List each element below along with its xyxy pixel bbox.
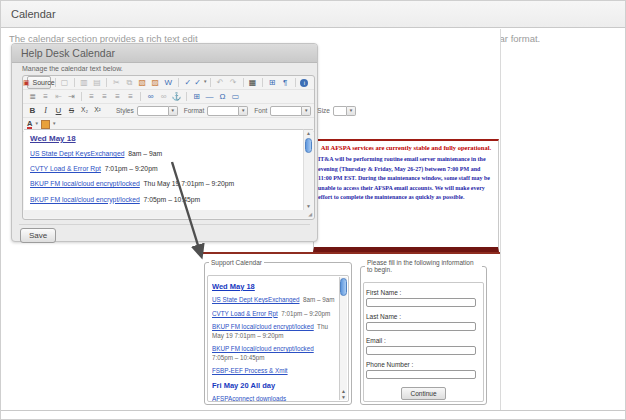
iframe-icon[interactable]: ▭ (230, 91, 241, 102)
bulleted-list-glyph: ≡ (43, 93, 48, 101)
anchor-icon[interactable]: ⚓ (171, 91, 182, 102)
scroll-down-icon[interactable]: ▼ (304, 203, 313, 210)
templates-icon[interactable]: ▤ (91, 77, 102, 88)
last-name-field[interactable] (366, 322, 476, 331)
image-icon[interactable]: ▦ (247, 77, 258, 88)
scroll-down-icon[interactable]: ▼ (340, 394, 347, 400)
preview-icon[interactable]: ▥ (78, 77, 89, 88)
format-select[interactable]: ▼ (207, 106, 248, 116)
new-page-icon[interactable]: ▢ (59, 77, 70, 88)
align-justify-icon[interactable]: ≡ (125, 91, 136, 102)
redo-icon[interactable]: ↷ (228, 77, 239, 88)
font-select[interactable]: ▼ (270, 106, 311, 116)
save-button[interactable]: Save (20, 228, 56, 243)
underline-button[interactable]: U (53, 105, 64, 116)
event-link[interactable]: US State Dept KeysExchanged (30, 150, 124, 157)
support-calendar-legend: Support Calendar (209, 259, 264, 266)
rich-text-editor: ▣Source▢▥▤✂⧉▧▨W✓✓▼↶↷▦⊞¶i ≣≡⇤⇥≡≡≡≡∞∞⚓⊞—Ω▭… (22, 75, 315, 220)
paste-word-icon[interactable]: W (163, 77, 174, 88)
cut-icon[interactable]: ✂ (111, 77, 122, 88)
preview-scrollbar[interactable]: ▲ ▼ (339, 277, 347, 400)
paste-text-icon[interactable]: ▨ (150, 77, 161, 88)
italic-button[interactable]: I (40, 105, 51, 116)
unlink-icon[interactable]: ∞ (158, 91, 169, 102)
bulleted-list-icon[interactable]: ≡ (40, 91, 51, 102)
superscript-button[interactable]: X² (92, 105, 103, 116)
chevron-down-icon[interactable]: ▼ (302, 106, 311, 116)
underline-glyph: U (56, 107, 62, 115)
bold-button[interactable]: B (27, 105, 38, 116)
align-left-glyph: ≡ (89, 93, 94, 101)
special-char-icon[interactable]: Ω (217, 91, 228, 102)
editor-scrollbar[interactable]: ▲ ▼ (303, 129, 313, 211)
event-link[interactable]: CVTY Load & Error Rpt (30, 165, 101, 172)
maroon-divider (198, 252, 500, 254)
table-icon[interactable]: ⊞ (191, 91, 202, 102)
maximize-icon[interactable]: ⊞ (267, 77, 278, 88)
paste-glyph: ▧ (139, 79, 147, 87)
strikethrough-button[interactable]: S (66, 105, 77, 116)
chevron-down-icon[interactable]: ▼ (347, 106, 356, 116)
phone-number-field[interactable] (366, 370, 476, 379)
indent-icon[interactable]: ⇥ (66, 91, 77, 102)
resize-grip-icon[interactable]: ◢ (308, 210, 312, 218)
source-button[interactable]: ▣Source (27, 76, 51, 89)
scrollbar-buttons[interactable]: ▲ ▼ (340, 388, 347, 400)
event-link[interactable]: BKUP FM local/cloud encrypt/locked (212, 345, 314, 352)
event-link[interactable]: BKUP FM local/cloud encrypt/locked (30, 180, 140, 187)
scayt-icon[interactable]: ✓▼ (195, 77, 206, 88)
italic-glyph: I (44, 107, 47, 115)
email-field[interactable] (366, 346, 476, 355)
status-headline: All AFSPA services are currently stable … (316, 144, 496, 151)
numbered-list-icon[interactable]: ≣ (27, 91, 38, 102)
scrollbar-thumb[interactable] (305, 138, 312, 153)
event-row: US State Dept KeysExchanged 8am – 9am (30, 149, 301, 158)
link-icon[interactable]: ∞ (145, 91, 156, 102)
editor-status-bar: ◢ (24, 210, 313, 218)
event-row: US State Dept KeysExchanged 8am – 9am (212, 296, 336, 305)
first-name-field[interactable] (366, 298, 476, 307)
dropdown-value (333, 106, 347, 116)
scrollbar-thumb[interactable] (340, 278, 347, 296)
subscript-button[interactable]: X₂ (79, 105, 90, 116)
align-left-icon[interactable]: ≡ (86, 91, 97, 102)
support-calendar-fieldset: Support Calendar Wed May 18US State Dept… (204, 259, 352, 405)
horizontal-rule-icon[interactable]: — (204, 91, 215, 102)
dropdown-value (270, 106, 302, 116)
paste-icon[interactable]: ▧ (137, 77, 148, 88)
event-link[interactable]: CVTY Load & Error Rpt (212, 310, 278, 317)
show-blocks-icon[interactable]: ¶ (280, 77, 291, 88)
dropdown-value (137, 106, 169, 116)
copy-icon[interactable]: ⧉ (124, 77, 135, 88)
undo-icon[interactable]: ↶ (215, 77, 226, 88)
align-justify-glyph: ≡ (128, 93, 133, 101)
editor-events[interactable]: Wed May 18US State Dept KeysExchanged 8a… (24, 129, 303, 211)
event-link[interactable]: FSBP-EEF Process & Xmit (212, 367, 288, 374)
align-center-icon[interactable]: ≡ (99, 91, 110, 102)
chevron-down-icon[interactable]: ▼ (169, 106, 178, 116)
paste-text-glyph: ▨ (152, 79, 160, 87)
event-time: Thu May 19 7:01pm – 9:20pm (140, 180, 234, 187)
about-icon[interactable]: i (299, 77, 310, 88)
continue-button[interactable]: Continue (401, 387, 445, 400)
event-time: 8am – 9am (300, 296, 335, 303)
table-glyph: ⊞ (193, 93, 200, 101)
event-link[interactable]: US State Dept KeysExchanged (212, 296, 300, 303)
size-select[interactable]: ▼ (333, 106, 356, 116)
outdent-icon[interactable]: ⇤ (53, 91, 64, 102)
calendar-admin-page: Calendar The calendar section provides a… (0, 0, 626, 420)
spellcheck-icon[interactable]: ✓ (182, 77, 193, 88)
align-right-icon[interactable]: ≡ (112, 91, 123, 102)
event-row: BKUP FM local/cloud encrypt/locked 7:05p… (30, 195, 301, 204)
content-bottom-border (1, 410, 625, 411)
cut-glyph: ✂ (113, 79, 120, 87)
event-link[interactable]: AFSPAconnect downloads FSBP/IBP/DDebit e… (212, 395, 286, 402)
event-link[interactable]: BKUP FM local/cloud encrypt/locked (30, 196, 140, 203)
redo-glyph: ↷ (230, 79, 237, 87)
chevron-down-icon[interactable]: ▼ (239, 106, 248, 116)
special-char-glyph: Ω (220, 93, 226, 101)
styles-select[interactable]: ▼ (137, 106, 178, 116)
align-right-glyph: ≡ (115, 93, 120, 101)
event-link[interactable]: BKUP FM local/cloud encrypt/locked (212, 323, 314, 330)
scroll-up-icon[interactable]: ▲ (304, 130, 313, 137)
